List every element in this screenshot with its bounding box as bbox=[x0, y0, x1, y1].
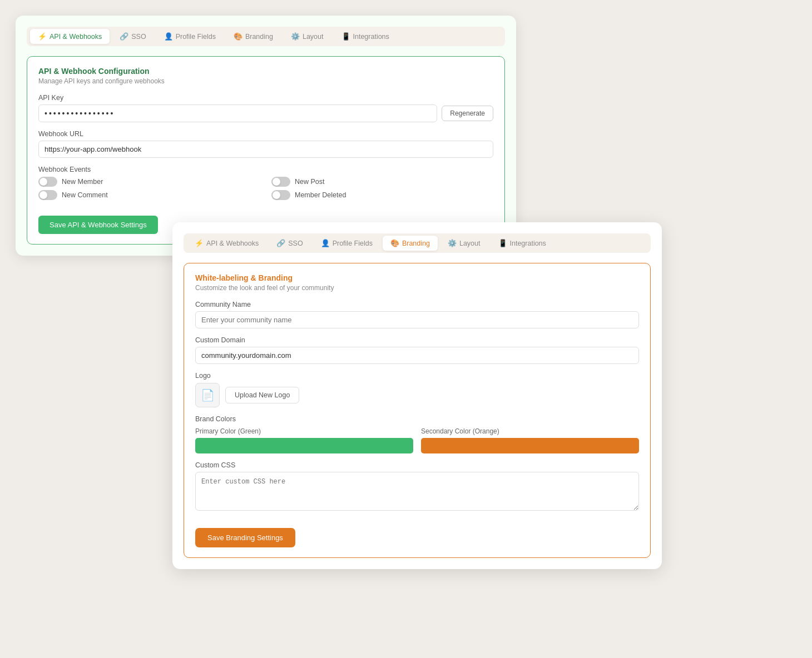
profile-icon: 👤 bbox=[164, 32, 173, 41]
branding-api-icon: ⚡ bbox=[195, 239, 204, 247]
tab-api-webhooks[interactable]: ⚡ API & Webhooks bbox=[30, 29, 110, 44]
toggle-row-new-comment: New Comment bbox=[38, 190, 260, 200]
api-section-subtitle: Manage API keys and configure webhooks bbox=[38, 77, 493, 85]
webhook-events-grid: New Member New Post New Comment Member D… bbox=[38, 177, 493, 200]
webhook-url-input[interactable] bbox=[38, 141, 493, 158]
api-section-box: API & Webhook Configuration Manage API k… bbox=[27, 56, 505, 245]
branding-section-box: White-labeling & Branding Customize the … bbox=[184, 263, 651, 558]
toggle-row-new-member: New Member bbox=[38, 177, 260, 187]
toggle-member-deleted[interactable] bbox=[271, 190, 290, 200]
primary-color-label: Primary Color (Green) bbox=[195, 427, 413, 435]
api-key-input[interactable] bbox=[38, 104, 437, 122]
secondary-color-swatch[interactable] bbox=[421, 438, 639, 453]
custom-domain-input[interactable] bbox=[195, 347, 639, 364]
community-name-label: Community Name bbox=[195, 301, 639, 308]
tab-bar-api: ⚡ API & Webhooks 🔗 SSO 👤 Profile Fields … bbox=[27, 27, 505, 46]
logo-label: Logo bbox=[195, 372, 639, 380]
primary-color-swatch[interactable] bbox=[195, 438, 413, 453]
branding-branding-icon: 🎨 bbox=[390, 239, 399, 247]
webhook-url-label: Webhook URL bbox=[38, 130, 493, 138]
logo-upload-area: 📄 Upload New Logo bbox=[195, 383, 639, 407]
branding-sso-icon: 🔗 bbox=[276, 239, 285, 247]
file-icon: 📄 bbox=[201, 388, 215, 402]
toggle-label-new-post: New Post bbox=[295, 178, 325, 186]
upload-logo-button[interactable]: Upload New Logo bbox=[225, 387, 299, 403]
api-key-field-row: API Key Regenerate bbox=[38, 94, 493, 122]
secondary-color-group: Secondary Color (Orange) bbox=[421, 427, 639, 453]
custom-domain-field-row: Custom Domain bbox=[195, 336, 639, 364]
community-name-field-row: Community Name bbox=[195, 301, 639, 328]
toggle-new-member[interactable] bbox=[38, 177, 57, 187]
api-key-row: Regenerate bbox=[38, 104, 493, 122]
tab-branding-api-webhooks[interactable]: ⚡ API & Webhooks bbox=[187, 236, 266, 251]
custom-css-field-row: Custom CSS bbox=[195, 461, 639, 512]
branding-layout-icon: ⚙️ bbox=[448, 239, 457, 247]
save-api-button[interactable]: Save API & Webhook Settings bbox=[38, 216, 158, 234]
sso-icon: 🔗 bbox=[120, 32, 128, 41]
tab-branding-branding[interactable]: 🎨 Branding bbox=[383, 236, 438, 251]
webhook-events-label: Webhook Events bbox=[38, 166, 493, 173]
community-name-input[interactable] bbox=[195, 311, 639, 328]
branding-section-subtitle: Customize the look and feel of your comm… bbox=[195, 284, 639, 292]
logo-field-row: Logo 📄 Upload New Logo bbox=[195, 372, 639, 407]
toggle-label-new-member: New Member bbox=[62, 178, 103, 186]
tab-bar-branding: ⚡ API & Webhooks 🔗 SSO 👤 Profile Fields … bbox=[184, 233, 651, 253]
branding-section-title: White-labeling & Branding bbox=[195, 273, 639, 282]
integrations-icon: 📱 bbox=[341, 32, 350, 41]
tab-branding-profile-fields[interactable]: 👤 Profile Fields bbox=[313, 236, 380, 251]
logo-preview: 📄 bbox=[195, 383, 220, 407]
primary-color-group: Primary Color (Green) bbox=[195, 427, 413, 453]
page-wrapper: ⚡ API & Webhooks 🔗 SSO 👤 Profile Fields … bbox=[0, 0, 812, 658]
tab-sso[interactable]: 🔗 SSO bbox=[112, 29, 154, 44]
webhook-url-field-row: Webhook URL bbox=[38, 130, 493, 158]
branding-icon: 🎨 bbox=[234, 32, 242, 41]
custom-css-textarea[interactable] bbox=[195, 472, 639, 511]
toggle-new-post[interactable] bbox=[271, 177, 290, 187]
toggle-label-new-comment: New Comment bbox=[62, 191, 108, 199]
toggle-row-member-deleted: Member Deleted bbox=[271, 190, 493, 200]
api-section-title: API & Webhook Configuration bbox=[38, 67, 493, 76]
tab-branding-integrations[interactable]: 📱 Integrations bbox=[491, 236, 554, 251]
card-api-webhooks: ⚡ API & Webhooks 🔗 SSO 👤 Profile Fields … bbox=[16, 16, 516, 256]
branding-profile-icon: 👤 bbox=[321, 239, 330, 247]
secondary-color-label: Secondary Color (Orange) bbox=[421, 427, 639, 435]
tab-integrations[interactable]: 📱 Integrations bbox=[334, 29, 397, 44]
brand-colors-field-row: Brand Colors Primary Color (Green) Secon… bbox=[195, 415, 639, 453]
toggle-new-comment[interactable] bbox=[38, 190, 57, 200]
api-icon: ⚡ bbox=[38, 32, 47, 41]
tab-layout[interactable]: ⚙️ Layout bbox=[283, 29, 331, 44]
layout-icon: ⚙️ bbox=[291, 32, 300, 41]
tab-branding[interactable]: 🎨 Branding bbox=[226, 29, 281, 44]
api-key-label: API Key bbox=[38, 94, 493, 102]
toggle-label-member-deleted: Member Deleted bbox=[295, 191, 346, 199]
custom-css-label: Custom CSS bbox=[195, 461, 639, 469]
branding-integrations-icon: 📱 bbox=[498, 239, 507, 247]
custom-domain-label: Custom Domain bbox=[195, 336, 639, 344]
brand-colors-grid: Primary Color (Green) Secondary Color (O… bbox=[195, 427, 639, 453]
tab-branding-layout[interactable]: ⚙️ Layout bbox=[440, 236, 488, 251]
tab-branding-sso[interactable]: 🔗 SSO bbox=[269, 236, 310, 251]
save-branding-button[interactable]: Save Branding Settings bbox=[195, 528, 295, 547]
toggle-row-new-post: New Post bbox=[271, 177, 493, 187]
brand-colors-label: Brand Colors bbox=[195, 415, 639, 423]
regenerate-button[interactable]: Regenerate bbox=[442, 106, 493, 121]
webhook-events-field-row: Webhook Events New Member New Post New C… bbox=[38, 166, 493, 200]
tab-profile-fields[interactable]: 👤 Profile Fields bbox=[156, 29, 224, 44]
card-branding: ⚡ API & Webhooks 🔗 SSO 👤 Profile Fields … bbox=[172, 222, 662, 569]
